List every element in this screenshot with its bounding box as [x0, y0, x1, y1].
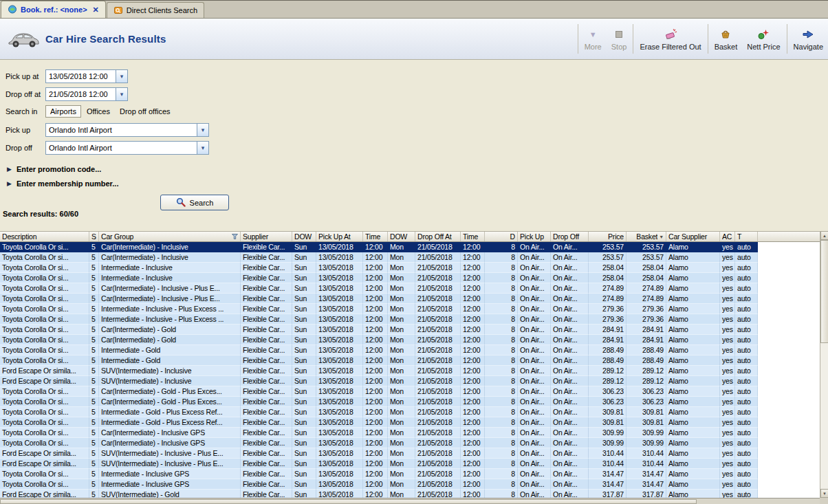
chevron-down-icon[interactable]: ▾	[197, 124, 208, 136]
column-header-days[interactable]: D	[485, 232, 518, 241]
table-row[interactable]: Ford Escape Or simila...5SUV(Intermediat…	[0, 448, 820, 459]
column-header-t[interactable]: T	[735, 232, 758, 241]
cell-pickup_time: 12:00	[363, 335, 388, 345]
cell-s: 5	[89, 273, 99, 283]
cell-dow_dropoff: Mon	[388, 314, 415, 325]
table-row[interactable]: Toyota Corolla Or si...5Intermediate - I…	[0, 314, 820, 325]
column-header-label: S	[91, 232, 96, 241]
column-header-car_group[interactable]: Car Group	[99, 232, 241, 241]
column-header-pickup_at[interactable]: Pick Up At	[316, 232, 363, 241]
cell-pickup_at: 13/05/2018	[316, 459, 363, 469]
cell-dow_dropoff: Mon	[388, 252, 415, 263]
chevron-down-icon[interactable]: ▾	[116, 70, 127, 83]
table-row[interactable]: Toyota Corolla Or si...5Intermediate - G…	[0, 355, 820, 366]
cell-dropoff_loc: On Air...	[551, 263, 589, 273]
column-header-dow_pickup[interactable]: DOW	[292, 232, 316, 241]
search-button[interactable]: Search	[160, 195, 229, 210]
cell-dropoff_loc: On Air...	[551, 242, 589, 252]
table-row[interactable]: Toyota Corolla Or si...5Car(Intermediate…	[0, 283, 820, 294]
table-row[interactable]: Ford Escape Or simila...5SUV(Intermediat…	[0, 459, 820, 469]
table-row[interactable]: Toyota Corolla Or si...5Car(Intermediate…	[0, 438, 820, 448]
table-row[interactable]: Toyota Corolla Or si...5Car(Intermediate…	[0, 242, 820, 252]
search-in-tab-airports[interactable]: Airports	[45, 105, 81, 118]
cell-dropoff_loc: On Air...	[551, 366, 589, 376]
dropoff-location-combo[interactable]: Orlando Intl Airport ▾	[45, 141, 209, 155]
cell-days: 8	[485, 417, 518, 428]
dropoff-at-combo[interactable]: 21/05/2018 12:00 ▾	[45, 87, 128, 101]
membership-number-expander[interactable]: ▶ Enter membership number...	[7, 179, 495, 188]
table-row[interactable]: Toyota Corolla Or si...5Car(Intermediate…	[0, 294, 820, 304]
cell-description: Toyota Corolla Or si...	[0, 252, 89, 263]
table-row[interactable]: Toyota Corolla Or si...5Car(Intermediate…	[0, 252, 820, 263]
table-row[interactable]: Toyota Corolla Or si...5Car(Intermediate…	[0, 335, 820, 345]
pickup-at-combo[interactable]: 13/05/2018 12:00 ▾	[45, 69, 128, 83]
cell-price: 289.12	[589, 366, 627, 376]
column-header-dropoff_loc[interactable]: Drop Off	[551, 232, 589, 241]
cell-pickup_loc: On Air...	[518, 263, 551, 273]
erase-filtered-out-button[interactable]: Erase Filtered Out	[635, 19, 706, 59]
nett-price-button[interactable]: Nett Price	[742, 19, 785, 59]
column-header-label: Supplier	[243, 232, 290, 241]
column-header-s[interactable]: S	[89, 232, 99, 241]
column-header-dropoff_at[interactable]: Drop Off At	[415, 232, 461, 241]
filter-icon[interactable]	[232, 234, 238, 239]
cell-basket: 288.49	[627, 355, 666, 366]
horizontal-scrollbar-thumb[interactable]	[0, 499, 697, 504]
cell-car_group: Car(Intermediate) - Inclusive GPS	[99, 438, 241, 448]
table-row[interactable]: Toyota Corolla Or si...5Intermediate - G…	[0, 417, 820, 428]
table-row[interactable]: Toyota Corolla Or si...5Intermediate - G…	[0, 345, 820, 355]
table-row[interactable]: Ford Escape Or simila...5SUV(Intermediat…	[0, 490, 820, 498]
navigate-button[interactable]: Navigate	[789, 19, 828, 59]
table-row[interactable]: Ford Escape Or simila...5SUV(Intermediat…	[0, 366, 820, 376]
column-header-label: D	[487, 232, 515, 241]
tab-direct-clients-search[interactable]: Direct Clients Search	[107, 2, 204, 18]
chevron-down-icon[interactable]: ▾	[116, 88, 127, 100]
cell-pickup_loc: On Air...	[518, 490, 551, 498]
vertical-scrollbar-thumb[interactable]	[820, 240, 828, 343]
table-row[interactable]: Ford Escape Or simila...5SUV(Intermediat…	[0, 376, 820, 386]
table-row[interactable]: Toyota Corolla Or si...5Intermediate - I…	[0, 273, 820, 283]
chevron-down-icon[interactable]: ▾	[197, 142, 208, 154]
column-header-dropoff_time[interactable]: Time	[461, 232, 485, 241]
column-header-basket[interactable]: Basket▼	[627, 232, 666, 241]
column-header-supplier[interactable]: Supplier	[241, 232, 292, 241]
cell-dropoff_time: 12:00	[461, 325, 485, 335]
cell-price: 309.99	[589, 428, 627, 438]
column-header-ac[interactable]: AC	[720, 232, 735, 241]
table-row[interactable]: Toyota Corolla Or si...5Car(Intermediate…	[0, 386, 820, 397]
table-row[interactable]: Toyota Corolla Or si...5Car(Intermediate…	[0, 428, 820, 438]
search-in-tab-offices[interactable]: Offices	[83, 106, 114, 117]
table-row[interactable]: Toyota Corolla Or si...5Intermediate - I…	[0, 479, 820, 490]
table-row[interactable]: Toyota Corolla Or si...5Car(Intermediate…	[0, 397, 820, 407]
vertical-scrollbar[interactable]: ▲ ▼	[820, 231, 828, 498]
cell-supplier: Flexible Car...	[241, 397, 292, 407]
column-header-dow_dropoff[interactable]: DOW	[388, 232, 415, 241]
cell-supplier: Flexible Car...	[241, 366, 292, 376]
table-row[interactable]: Toyota Corolla Or si...5Intermediate - I…	[0, 263, 820, 273]
scroll-down-icon[interactable]: ▼	[820, 489, 828, 498]
cell-car_supplier: Alamo	[666, 479, 720, 490]
search-in-tab-dropoff-offices[interactable]: Drop off offices	[116, 106, 175, 117]
scroll-up-icon[interactable]: ▲	[820, 231, 828, 240]
close-tab-icon[interactable]: ✕	[93, 6, 99, 14]
cell-days: 8	[485, 335, 518, 345]
cell-basket: 279.36	[627, 314, 666, 325]
promotion-code-expander[interactable]: ▶ Enter promotion code...	[7, 164, 495, 174]
basket-button[interactable]: Basket	[710, 19, 743, 59]
cell-dropoff_time: 12:00	[461, 335, 485, 345]
pickup-location-combo[interactable]: Orlando Intl Airport ▾	[45, 123, 209, 137]
horizontal-scrollbar[interactable]	[0, 498, 820, 504]
table-row[interactable]: Toyota Corolla Or si...5Car(Intermediate…	[0, 325, 820, 335]
column-header-pickup_time[interactable]: Time	[363, 232, 388, 241]
cell-dow_dropoff: Mon	[388, 386, 415, 397]
table-row[interactable]: Toyota Corolla Or si...5Intermediate - I…	[0, 469, 820, 479]
column-header-car_supplier[interactable]: Car Supplier	[666, 232, 720, 241]
table-row[interactable]: Toyota Corolla Or si...5Intermediate - G…	[0, 407, 820, 417]
column-header-pickup_loc[interactable]: Pick Up	[518, 232, 551, 241]
cell-car_group: Car(Intermediate) - Inclusive	[99, 252, 241, 263]
table-row[interactable]: Toyota Corolla Or si...5Intermediate - I…	[0, 304, 820, 314]
column-header-description[interactable]: Description	[0, 232, 89, 241]
sort-icon[interactable]: ▼	[659, 234, 664, 239]
column-header-price[interactable]: Price	[589, 232, 627, 241]
tab-booking-ref[interactable]: Book. ref.: <none> ✕	[1, 1, 106, 18]
